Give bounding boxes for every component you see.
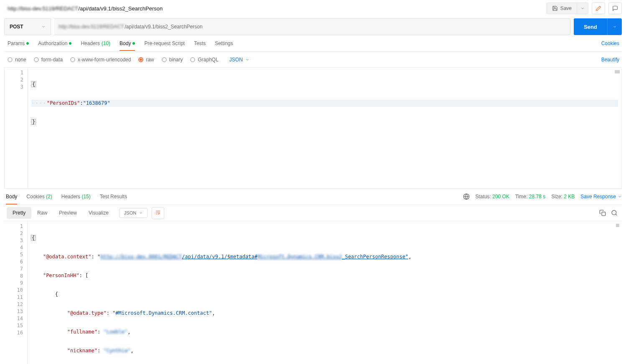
response-format-select[interactable]: JSON [120,208,148,218]
search-icon[interactable] [611,210,618,216]
tab-tests[interactable]: Tests [194,36,206,51]
view-tab-pretty[interactable]: Pretty [7,207,31,219]
resp-tab-body[interactable]: Body [6,190,17,203]
body-type-formdata[interactable]: form-data [34,57,63,63]
line-gutter: 1 2 3 [5,68,28,188]
chevron-down-icon [613,25,617,29]
save-button[interactable]: Save [547,3,577,14]
dot-indicator [69,42,71,45]
request-title: http://biss-dev.5119/REDACT/api/data/v9.… [4,5,163,12]
tab-prerequest[interactable]: Pre-request Script [144,36,185,51]
chevron-down-icon [245,58,249,62]
tab-settings[interactable]: Settings [215,36,233,51]
chevron-down-icon [618,195,622,199]
url-input[interactable]: http://biss-dev.5119/REDACT/api/data/v9.… [54,18,570,35]
dot-indicator [26,42,29,45]
tab-headers[interactable]: Headers (10) [81,36,110,51]
comment-icon [612,5,618,11]
line-gutter: 12345678910111213141516 [4,221,28,364]
save-options-button[interactable] [577,3,588,14]
response-body-editor[interactable]: 12345678910111213141516 { "@odata.contex… [4,221,622,364]
resp-tab-headers[interactable]: Headers (15) [61,190,91,203]
globe-icon[interactable] [463,193,470,200]
scrollbar-thumb[interactable] [616,224,619,227]
body-type-binary[interactable]: binary [162,57,183,63]
comment-button[interactable] [608,3,622,14]
svg-line-6 [616,214,617,215]
http-method-select[interactable]: POST [4,18,51,35]
resp-tab-cookies[interactable]: Cookies (2) [26,190,52,203]
wrap-icon [155,210,161,215]
resp-tab-testresults[interactable]: Test Results [100,190,127,203]
tab-authorization[interactable]: Authorization [38,36,71,51]
status-text: Status: 200 OK [476,194,509,200]
chevron-down-icon [139,211,143,215]
size-text: Size: 2 KB [551,194,575,200]
edit-button[interactable] [592,3,605,14]
svg-rect-4 [602,212,606,216]
tab-body[interactable]: Body [120,36,135,51]
chevron-down-icon [41,25,46,29]
time-text: Time: 28.78 s [515,194,545,200]
cookies-link[interactable]: Cookies [601,40,622,46]
body-format-select[interactable]: JSON [229,57,249,63]
beautify-button[interactable]: Beautify [601,57,619,63]
dot-indicator [132,42,135,45]
save-response-button[interactable]: Save Response [580,194,622,200]
pencil-icon [595,5,601,11]
body-type-xwww[interactable]: x-www-form-urlencoded [70,57,131,63]
view-tab-visualize[interactable]: Visualize [83,207,115,219]
svg-point-5 [612,210,616,215]
tab-params[interactable]: Params [8,36,29,51]
chevron-down-icon [580,6,585,10]
copy-icon[interactable] [599,210,606,216]
request-body-editor[interactable]: 1 2 3 { ····"PersonIDs":"1638679" } [4,68,622,189]
body-type-raw[interactable]: raw [138,57,154,63]
send-options-button[interactable] [607,18,622,35]
send-button[interactable]: Send [574,18,607,35]
line-wrap-button[interactable] [152,207,164,219]
body-type-graphql[interactable]: GraphQL [190,57,218,63]
floppy-icon [552,5,558,11]
view-tab-preview[interactable]: Preview [53,207,83,219]
scrollbar-thumb[interactable] [615,70,620,73]
body-type-none[interactable]: none [8,57,26,63]
view-tab-raw[interactable]: Raw [31,207,53,219]
